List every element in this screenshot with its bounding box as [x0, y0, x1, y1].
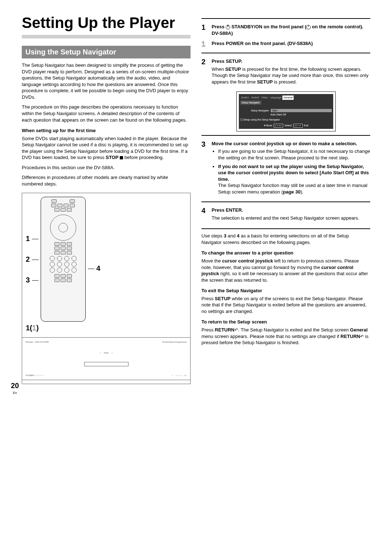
- step-heading: Press STANDBY/ON on the front panel ( on…: [212, 24, 370, 36]
- return-icon: ↶: [360, 334, 364, 339]
- step-heading: Press SETUP.: [212, 58, 370, 65]
- intro-paragraph-2: The procedure on this page describes the…: [22, 104, 191, 123]
- text: 1(: [26, 324, 32, 332]
- return-heading: To return to the Setup screen: [201, 319, 370, 325]
- text: Press: [201, 296, 215, 301]
- exit-body: Press SETUP while on any of the screens …: [201, 296, 370, 315]
- disc-tray: [84, 362, 128, 366]
- remote-and-panel-figure: 1 2 3: [22, 193, 191, 384]
- procedure-note: Procedures in this section use the DV-S8…: [22, 164, 191, 171]
- step-body: The selection is entered and the next Se…: [212, 215, 370, 221]
- step-2: 2 Press SETUP. When SETUP is pressed for…: [201, 57, 370, 89]
- text: ).: [301, 189, 303, 195]
- rule: [201, 228, 370, 229]
- change-answer-heading: To change the answer to a prior question: [201, 250, 370, 256]
- menu-option: Auto Start Off: [271, 113, 332, 116]
- text: cursor control joystick: [222, 258, 273, 264]
- text: is pressed.: [273, 79, 297, 85]
- info-text: Setup using the Setup Navigator: [243, 118, 280, 121]
- text: before proceeding.: [123, 155, 164, 160]
- text: RETURN: [340, 334, 360, 339]
- rule: [201, 201, 370, 202]
- page-number-value: 20: [11, 382, 19, 390]
- stop-icon: [120, 156, 123, 159]
- power-icon: [226, 25, 230, 29]
- tab: Language: [269, 95, 282, 99]
- leader-line: [88, 269, 94, 269]
- text: SETUP: [215, 296, 230, 301]
- outline-digit: 1: [32, 324, 36, 332]
- text: menu screen appears. Please note that no…: [201, 334, 340, 339]
- sub-tab: Setup Navigator: [240, 101, 261, 105]
- step-heading: Move the cursor control joystick up or d…: [212, 140, 370, 147]
- step-1: 1 Press STANDBY/ON on the front panel ( …: [201, 23, 370, 38]
- tab: Audio1: [240, 95, 250, 99]
- bullet: If you do not want to set up the player …: [218, 163, 370, 195]
- text: Press: [212, 24, 226, 29]
- tab-active: General: [282, 95, 294, 99]
- onscreen-menu-diagram: Audio1 Audio2 Video Language General Set…: [236, 91, 336, 131]
- return-body: Press RETURN↶. The Setup Navigator is ex…: [201, 327, 370, 346]
- enter-label: ENTER: [274, 124, 283, 127]
- text: 3: [224, 233, 226, 239]
- step-number: 1: [201, 23, 212, 32]
- front-panel-callout: 1(1): [26, 323, 39, 333]
- text: Press: [201, 327, 215, 333]
- menu-label: Setup Navigator: [240, 109, 271, 112]
- intro-paragraph-1: The Setup Navigator has been designed to…: [22, 62, 191, 100]
- text: Exit: [304, 124, 309, 127]
- power-icon: [306, 25, 311, 29]
- text: Select: [285, 124, 291, 127]
- change-answer-body: Move the cursor control joystick left to…: [201, 258, 370, 283]
- remote-callouts-left: 1 2 3: [26, 234, 38, 285]
- text: RETURN: [215, 327, 234, 333]
- text: and: [226, 233, 237, 239]
- text: ): [36, 324, 39, 332]
- text: right, so it will be necessary to answer…: [201, 271, 368, 283]
- step-number: 4: [201, 206, 212, 216]
- rule: [201, 18, 370, 19]
- step-body: When SETUP is pressed for the first time…: [212, 66, 370, 85]
- remote-callouts-right: 4: [88, 264, 101, 273]
- step-number: 2: [201, 57, 212, 67]
- step-1-alt: 1 Press POWER on the front panel. (DV-S8…: [201, 39, 370, 49]
- rule: [201, 135, 370, 136]
- return-icon: ↶: [234, 327, 238, 333]
- rule: [201, 53, 370, 53]
- page-number: 20 En: [11, 381, 19, 395]
- text: STANDBY/ON on the front panel (: [230, 24, 306, 29]
- step-heading: Press ENTER.: [212, 207, 370, 213]
- callout: 4: [96, 264, 100, 272]
- exit-heading: To exit the Setup Navigator: [201, 288, 370, 294]
- title-underline: [22, 35, 191, 38]
- text: SETUP: [225, 66, 241, 72]
- first-time-body: Some DVDs start playing automatically wh…: [22, 135, 191, 161]
- step-3: 3 Move the cursor control joystick up or…: [201, 139, 370, 198]
- section-heading: Using the Setup Navigator: [22, 46, 191, 58]
- text: Move: [266, 124, 272, 127]
- bullet: If you are going to use the Setup Naviga…: [218, 148, 370, 161]
- text: Use steps: [201, 233, 224, 239]
- tab: Video: [260, 95, 269, 99]
- leader-line: [32, 280, 38, 281]
- text: If you do not want to set up the player …: [218, 164, 369, 182]
- callout: 1: [26, 235, 30, 243]
- callout: 2: [26, 255, 30, 263]
- leader-line: [32, 260, 38, 260]
- text: Move the: [201, 258, 222, 264]
- page-ref: page 30: [283, 189, 301, 195]
- front-panel-illustration: Pioneer DVD PLAYER PureCinema Progressiv…: [22, 337, 191, 380]
- text: 4: [237, 233, 240, 239]
- step-number-outline: 1: [201, 39, 212, 49]
- text: SETUP: [257, 79, 273, 85]
- difference-note: Differences in procedures of other model…: [22, 174, 191, 187]
- tab: Audio2: [250, 95, 260, 99]
- first-time-heading: When setting up for the first time: [22, 127, 191, 134]
- step-4: 4 Press ENTER. The selection is entered …: [201, 206, 370, 225]
- step-number: 3: [201, 139, 212, 149]
- leader-line: [32, 239, 38, 239]
- page-lang: En: [11, 391, 19, 395]
- text: . The Setup Navigator is exited and the …: [238, 327, 350, 333]
- callout: 3: [26, 276, 30, 284]
- text: General: [350, 327, 367, 333]
